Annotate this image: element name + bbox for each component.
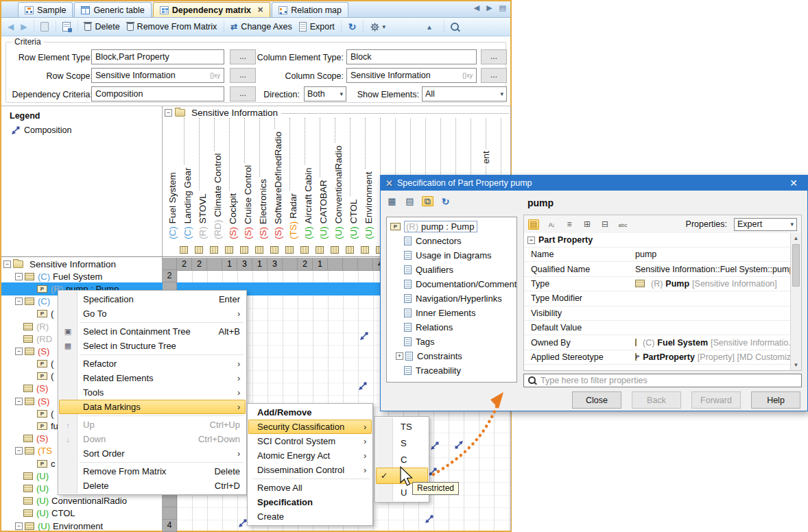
submenu-item[interactable]: Specification xyxy=(248,495,372,509)
back-button[interactable]: ◀ xyxy=(4,20,17,34)
tab-scroll-right-icon[interactable]: ▶ xyxy=(486,3,492,12)
collapse-expander-icon[interactable]: − xyxy=(527,237,535,244)
show-description-icon[interactable] xyxy=(564,219,575,230)
matrix-row[interactable]: − Sensitive Information xyxy=(1,258,162,270)
matrix-row[interactable]: − (U) Environment xyxy=(1,520,162,531)
composition-arrow-icon[interactable] xyxy=(358,382,367,391)
row-element-type-browse-button[interactable]: ... xyxy=(230,49,256,64)
dialog-button[interactable]: Back xyxy=(632,391,681,409)
context-menu-item[interactable]: Select in Structure Tree xyxy=(59,339,246,353)
property-row[interactable]: Name pump xyxy=(524,247,791,262)
property-row[interactable]: Type (R) Pump [Sensitive Information] xyxy=(524,277,791,291)
close-icon[interactable]: ✕ xyxy=(785,178,803,189)
dialog-tree-item[interactable]: Documentation/Comments xyxy=(387,277,516,291)
composition-arrow-icon[interactable] xyxy=(238,519,247,528)
table-view-icon[interactable] xyxy=(386,196,398,206)
expander-icon[interactable]: − xyxy=(15,298,23,305)
report-button[interactable] xyxy=(59,20,74,34)
tab-scroll-left-icon[interactable]: ◀ xyxy=(474,3,479,12)
tab-list-icon[interactable]: ▤ xyxy=(499,3,506,12)
expander-icon[interactable]: − xyxy=(15,273,23,280)
context-menu-item[interactable]: Down Ctrl+Down xyxy=(59,432,246,446)
context-menu-item[interactable]: Related Elements › xyxy=(59,371,246,385)
context-menu-item[interactable]: Tools › xyxy=(59,385,246,400)
property-value[interactable]: (C) Fuel System [Sensitive Informatio... xyxy=(635,338,791,348)
dialog-button[interactable]: Help xyxy=(751,391,800,409)
abbreviate-icon[interactable] xyxy=(617,219,628,230)
categorized-view-icon[interactable] xyxy=(528,219,539,230)
context-menu-item[interactable]: Delete Ctrl+D xyxy=(59,479,246,493)
refresh-button[interactable]: ↻ xyxy=(345,21,360,33)
collapse-expander-icon[interactable]: − xyxy=(165,109,172,117)
context-menu-item[interactable]: Data Markings › xyxy=(59,400,246,414)
property-row[interactable]: Owned By (C) Fuel System [Sensitive Info… xyxy=(524,335,791,350)
change-axes-button[interactable]: ⇄Change Axes xyxy=(227,20,295,34)
expander-icon[interactable]: + xyxy=(396,352,403,360)
dialog-tree-item[interactable]: Navigation/Hyperlinks xyxy=(387,291,516,306)
scroll-down-icon[interactable]: ▼ xyxy=(791,360,801,370)
paste-button[interactable] xyxy=(37,20,52,34)
property-row[interactable]: Visibility xyxy=(524,306,791,321)
document-tab[interactable]: Generic table xyxy=(74,2,151,17)
search-button[interactable] xyxy=(447,21,462,33)
property-row[interactable]: Default Value xyxy=(524,321,791,335)
export-button[interactable]: Export xyxy=(296,20,338,34)
sort-alphabetically-icon[interactable] xyxy=(546,219,557,230)
property-value[interactable]: Sensitive Information::Fuel System::pump xyxy=(635,265,791,274)
property-row[interactable]: Type Modifier xyxy=(524,291,791,306)
composition-arrow-icon[interactable] xyxy=(359,332,368,341)
options-button[interactable]: ▾ xyxy=(367,21,390,34)
dialog-tree-item[interactable]: Inner Elements xyxy=(387,306,516,320)
dialog-tree-item[interactable]: + Constraints xyxy=(387,349,516,363)
filter-properties-input[interactable] xyxy=(523,374,802,387)
column-element-type-field[interactable]: Block xyxy=(346,49,477,64)
context-menu-item[interactable]: Up Ctrl+Up xyxy=(59,418,246,432)
submenu-item[interactable]: Atomic Energy Act › xyxy=(248,448,372,463)
expander-icon[interactable]: − xyxy=(15,447,23,455)
classification-menu-item[interactable]: TS xyxy=(376,418,428,435)
expander-icon[interactable]: − xyxy=(15,522,23,530)
expander-icon[interactable]: − xyxy=(3,261,11,268)
submenu-item[interactable]: Add/Remove xyxy=(248,405,372,420)
context-menu-item[interactable]: Sort Order › xyxy=(59,446,246,461)
expander-icon[interactable]: − xyxy=(15,398,23,405)
context-menu-item[interactable]: Refactor › xyxy=(59,356,246,371)
property-row[interactable]: Qualified Name Sensitive Information::Fu… xyxy=(524,262,791,276)
forward-button[interactable]: ▶ xyxy=(17,20,30,34)
vertical-scrollbar[interactable]: ▲ ▼ xyxy=(790,233,801,370)
direction-select[interactable]: Both▾ xyxy=(304,86,346,101)
show-elements-select[interactable]: All▾ xyxy=(422,86,507,101)
classification-menu-item[interactable]: S xyxy=(376,435,428,451)
submenu-item[interactable]: Security Classification › xyxy=(248,420,372,434)
collapse-all-icon[interactable] xyxy=(599,219,610,230)
classification-menu-item[interactable]: C xyxy=(376,451,428,468)
column-root-node[interactable]: − Sensitive Information xyxy=(165,108,509,118)
scroll-up-icon[interactable]: ▲ xyxy=(791,233,801,243)
context-menu-item[interactable]: Remove From Matrix Delete xyxy=(59,464,246,479)
remove-from-matrix-button[interactable]: Remove From Matrix xyxy=(123,20,221,34)
dialog-tree-item[interactable]: Connectors xyxy=(387,234,516,248)
composition-arrow-icon[interactable] xyxy=(455,440,464,449)
context-menu-item[interactable]: Specification Enter xyxy=(59,292,246,306)
containment-view-icon[interactable] xyxy=(404,196,416,206)
matrix-row[interactable]: (U) CTOL xyxy=(1,507,162,520)
dialog-tree-item[interactable]: (R)pump : Pump xyxy=(387,219,516,234)
dialog-tree-item[interactable]: Qualifiers xyxy=(387,263,516,277)
property-value[interactable]: PartProperty [Property] [MD Customiz xyxy=(635,352,791,362)
column-scope-field[interactable]: Sensitive Information{}xy xyxy=(346,68,477,83)
expander-icon[interactable]: − xyxy=(15,348,23,355)
composition-arrow-icon[interactable] xyxy=(430,442,439,450)
context-menu-item[interactable]: Go To › xyxy=(59,306,246,321)
row-element-type-field[interactable]: Block,Part Property xyxy=(91,49,224,64)
submenu-item[interactable]: Remove All xyxy=(248,481,372,495)
composition-arrow-icon[interactable] xyxy=(425,515,433,524)
document-tab[interactable]: Dependency matrix ✕ xyxy=(153,2,271,17)
submenu-item[interactable]: Dissemination Control › xyxy=(248,463,372,477)
submenu-item[interactable]: Create xyxy=(248,509,372,524)
matrix-row[interactable]: (U) ConventionalRadio xyxy=(1,495,162,507)
column-element-type-browse-button[interactable]: ... xyxy=(481,49,507,64)
refresh-icon[interactable]: ↻ xyxy=(440,196,451,206)
dialog-title-bar[interactable]: ✕ Specification of Part Property pump ✕ xyxy=(381,176,807,191)
collapse-criteria-button[interactable]: ▲ xyxy=(423,21,436,33)
document-tab[interactable]: Sample xyxy=(18,2,73,17)
